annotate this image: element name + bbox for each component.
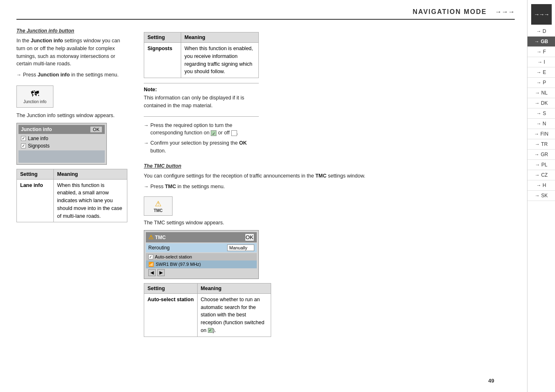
tmc-signal-label: SWR1 BW (97.9 MHz) xyxy=(156,262,201,267)
sidebar-item-H[interactable]: → H xyxy=(527,180,555,191)
tmc-nav-prev[interactable]: ◀ xyxy=(148,269,156,276)
sidebar-item-D[interactable]: → D xyxy=(527,26,555,37)
auto-select-meaning-cell: Choose whether to run an automatic searc… xyxy=(197,293,271,337)
settings-window-title: Junction info xyxy=(21,127,52,132)
table-row: Auto-select station Choose whether to ru… xyxy=(144,293,271,337)
sidebar-item-P[interactable]: → P xyxy=(527,78,555,88)
sidebar-item-FIN[interactable]: → FIN xyxy=(527,129,555,139)
tmc-table-header-setting: Setting xyxy=(144,283,198,293)
sidebar-item-SK[interactable]: → SK xyxy=(527,191,555,201)
sidebar-item-S[interactable]: → S xyxy=(527,108,555,119)
tmc-nav-row: ◀ ▶ xyxy=(146,268,257,277)
lane-info-cell: Lane info xyxy=(17,179,54,222)
tmc-ok-btn[interactable]: OK xyxy=(245,233,254,241)
note-box: Note: This information can only be displ… xyxy=(144,83,259,117)
header-arrows: →→→ xyxy=(495,8,515,16)
signposts-meaning-cell: When this function is enabled, you recei… xyxy=(181,43,259,78)
auto-select-setting-cell: Auto-select station xyxy=(144,293,198,337)
tmc-icon-box: ⚠ TMC xyxy=(144,196,173,216)
tmc-table-checkbox: ✓ xyxy=(208,328,213,333)
sidebar-item-TR[interactable]: → TR xyxy=(527,139,555,150)
left-arrow1: → Press Junction info in the settings me… xyxy=(16,71,127,79)
sidebar-item-N[interactable]: → N xyxy=(527,119,555,129)
sidebar-item-DK[interactable]: → DK xyxy=(527,98,555,108)
lane-info-checkbox[interactable]: ✓ xyxy=(21,136,26,141)
map-preview xyxy=(18,150,105,163)
lane-table-header-setting: Setting xyxy=(17,169,54,179)
sidebar-item-I[interactable]: → I xyxy=(527,57,555,67)
main-content: NAVIGATION MODE →→→ The Junction info bu… xyxy=(0,0,527,392)
lane-info-table: Setting Meaning Lane info When this func… xyxy=(16,169,127,223)
tmc-rerouting-dropdown[interactable]: Manually xyxy=(227,244,254,251)
tmc-rerouting-row: Rerouting Manually xyxy=(146,243,257,252)
lane-info-row: ✓ Lane info xyxy=(18,135,105,142)
tmc-title-icon: ⚠ xyxy=(148,234,154,240)
tmc-rerouting-label: Rerouting xyxy=(148,245,170,251)
signposts-checkbox[interactable]: ✓ xyxy=(21,143,26,148)
sidebar-item-GB[interactable]: → GB xyxy=(527,37,555,47)
tmc-auto-select-checkbox[interactable]: ✓ xyxy=(148,254,153,259)
tmc-intro-text: You can configure settings for the recep… xyxy=(144,172,515,180)
page-header: NAVIGATION MODE →→→ xyxy=(16,8,515,20)
signposts-label: Signposts xyxy=(28,143,50,149)
sidebar-item-GR[interactable]: → GR xyxy=(527,150,555,160)
checkbox-on-icon: ✓ xyxy=(211,130,216,136)
tmc-auto-select-label: Auto-select station xyxy=(155,254,192,259)
signal-icon: 📶 xyxy=(148,262,154,267)
tmc-icon-label: TMC xyxy=(154,208,163,213)
signposts-row: ✓ Signposts xyxy=(18,142,105,150)
junction-settings-window: Junction info OK ✓ Lane info ✓ Signposts xyxy=(16,123,107,165)
settings-ok-btn[interactable]: OK xyxy=(90,126,102,133)
tmc-section-heading: The TMC button xyxy=(144,163,515,169)
tmc-columns: The TMC button You can configure setting… xyxy=(144,163,515,341)
sidebar-item-NL[interactable]: → NL xyxy=(527,88,555,98)
tmc-section: The TMC button You can configure setting… xyxy=(144,163,515,341)
junction-icon-label: Junction info xyxy=(23,99,46,104)
arrow-confirm-ok: → Confirm your selection by pressing the… xyxy=(144,139,259,155)
table-row: Lane info When this function is enabled,… xyxy=(17,179,127,222)
left-section-heading: The Junction info button xyxy=(16,28,127,34)
tmc-window-title-row: ⚠ TMC OK xyxy=(146,232,257,242)
tmc-auto-select-row: ✓ Auto-select station xyxy=(146,253,257,261)
left-column: The Junction info button In the Junction… xyxy=(16,28,127,341)
sidebar-arrows: →→→ xyxy=(534,11,549,18)
junction-icon: 🗺 xyxy=(31,89,39,99)
sidebar-item-E[interactable]: → E xyxy=(527,67,555,78)
note-label: Note: xyxy=(144,87,259,92)
window-appears-text: The Junction info settings window appear… xyxy=(16,112,127,120)
page-title: NAVIGATION MODE xyxy=(412,8,487,16)
signposts-table-header-setting: Setting xyxy=(144,32,181,43)
checkbox-off-icon xyxy=(231,130,237,136)
tmc-signal-row: 📶 SWR1 BW (97.9 MHz) xyxy=(146,261,257,268)
signposts-table: Setting Meaning Signposts When this func… xyxy=(144,32,259,78)
settings-window-title-row: Junction info OK xyxy=(18,125,105,134)
page-container: NAVIGATION MODE →→→ The Junction info bu… xyxy=(0,0,555,392)
junction-info-icon-box: 🗺 Junction info xyxy=(16,85,53,108)
table-row: Signposts When this function is enabled,… xyxy=(144,43,259,78)
lane-info-label: Lane info xyxy=(28,136,48,141)
tmc-text-col: The TMC button You can configure setting… xyxy=(144,163,515,341)
tmc-settings-window: ⚠ TMC OK Rerouting Manually xyxy=(144,230,259,279)
tmc-nav-next[interactable]: ▶ xyxy=(157,269,165,276)
note-text: This information can only be displayed i… xyxy=(144,94,259,110)
tmc-window-title: ⚠ TMC xyxy=(148,234,166,240)
content-columns: The Junction info button In the Junction… xyxy=(16,28,515,341)
tmc-icon: ⚠ xyxy=(155,199,161,208)
signposts-table-header-meaning: Meaning xyxy=(181,32,259,43)
sidebar: →→→ → D → GB → F → I → E → P → NL → DK →… xyxy=(527,0,555,392)
sidebar-item-PL[interactable]: → PL xyxy=(527,160,555,170)
sidebar-item-F[interactable]: → F xyxy=(527,47,555,57)
tmc-window-appears: The TMC settings window appears. xyxy=(144,219,515,227)
lane-info-meaning: When this function is enabled, a small a… xyxy=(54,179,127,222)
page-number: 49 xyxy=(488,378,494,384)
arrow-function-on-off: → Press the required option to turn the … xyxy=(144,122,259,137)
signposts-setting-cell: Signposts xyxy=(144,43,181,78)
tmc-table-header-meaning: Meaning xyxy=(197,283,271,293)
tmc-table: Setting Meaning Auto-select station Choo… xyxy=(144,283,271,337)
left-intro-text: In the Junction info settings window you… xyxy=(16,37,127,68)
right-area: Setting Meaning Signposts When this func… xyxy=(144,28,515,341)
sidebar-item-CZ[interactable]: → CZ xyxy=(527,170,555,180)
lane-table-header-meaning: Meaning xyxy=(54,169,127,179)
sidebar-top-block: →→→ xyxy=(531,4,552,25)
tmc-arrow1: → Press TMC in the settings menu. xyxy=(144,183,515,191)
